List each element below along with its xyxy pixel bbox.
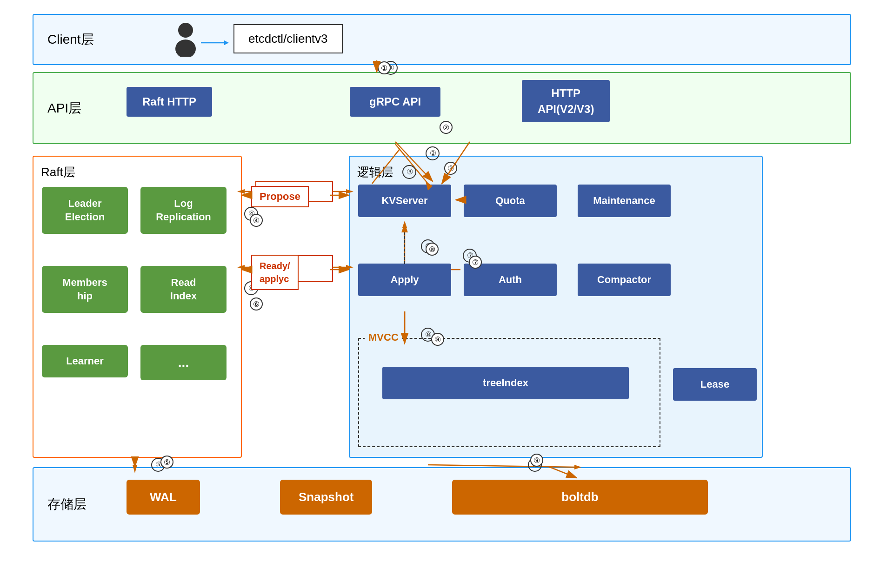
step9-circle: ⑨ <box>530 454 543 467</box>
etcdctl-box: etcdctl/clientv3 <box>233 24 343 53</box>
logic-label: 逻辑层 <box>357 165 393 179</box>
http-api-box: HTTPAPI(V2/V3) <box>522 80 610 122</box>
step8-circle: ⑧ <box>431 333 444 346</box>
compactor-box: Compactor <box>578 264 671 296</box>
api-label: API层 <box>47 99 81 117</box>
propose-label: Propose <box>251 186 309 207</box>
lease-box: Lease <box>673 368 757 401</box>
log-replication-box: LogReplication <box>140 187 227 234</box>
raft-layer: Raft层 LeaderElection LogReplication Memb… <box>33 156 242 458</box>
svg-marker-3 <box>224 40 229 45</box>
leader-election-box: LeaderElection <box>42 187 128 234</box>
learner-box: Learner <box>42 345 128 377</box>
boltdb-box: boltdb <box>452 480 708 515</box>
wal-box: WAL <box>127 480 200 515</box>
api-layer: API层 Raft HTTP gRPC API HTTPAPI(V2/V3) <box>33 72 851 144</box>
client-label: Client层 <box>47 31 94 48</box>
step4-circle: ④ <box>250 214 263 227</box>
membership-box: Membership <box>42 266 128 313</box>
logic-layer: 逻辑层 KVServer Quota Maintenance Apply Aut… <box>349 156 763 458</box>
mvcc-label: MVCC <box>365 331 402 344</box>
kvserver-box: KVServer <box>358 185 451 217</box>
treeindex-box: treeIndex <box>382 367 629 399</box>
step6-circle: ⑥ <box>250 297 263 311</box>
auth-box: Auth <box>464 264 557 296</box>
svg-point-1 <box>175 40 196 57</box>
svg-point-0 <box>178 23 193 38</box>
read-index-box: ReadIndex <box>140 266 227 313</box>
right-arrow-icon <box>201 38 229 47</box>
step10-circle: ⑩ <box>426 243 439 256</box>
storage-layer: 存储层 WAL Snapshot boltdb <box>33 467 851 542</box>
raft-label: Raft层 <box>41 165 75 179</box>
ellipsis-box: ... <box>140 345 227 380</box>
step5-circle: ⑤ <box>160 456 173 469</box>
client-layer: Client层 etcdctl/clientv3 <box>33 14 851 65</box>
apply-box: Apply <box>358 264 451 296</box>
step2-circle: ② <box>440 121 453 134</box>
snapshot-box: Snapshot <box>280 480 372 515</box>
step1-circle: ① <box>378 61 391 74</box>
maintenance-box: Maintenance <box>578 185 671 217</box>
grpc-api-box: gRPC API <box>350 87 440 117</box>
step3-circle: ③ <box>444 162 457 175</box>
step7-circle: ⑦ <box>469 256 482 269</box>
ready-label: Ready/applyc <box>251 255 299 290</box>
person-icon <box>173 22 199 57</box>
storage-label: 存储层 <box>47 496 87 513</box>
quota-box: Quota <box>464 185 557 217</box>
raft-http-box: Raft HTTP <box>127 87 212 117</box>
mvcc-container: MVCC treeIndex <box>358 338 660 447</box>
